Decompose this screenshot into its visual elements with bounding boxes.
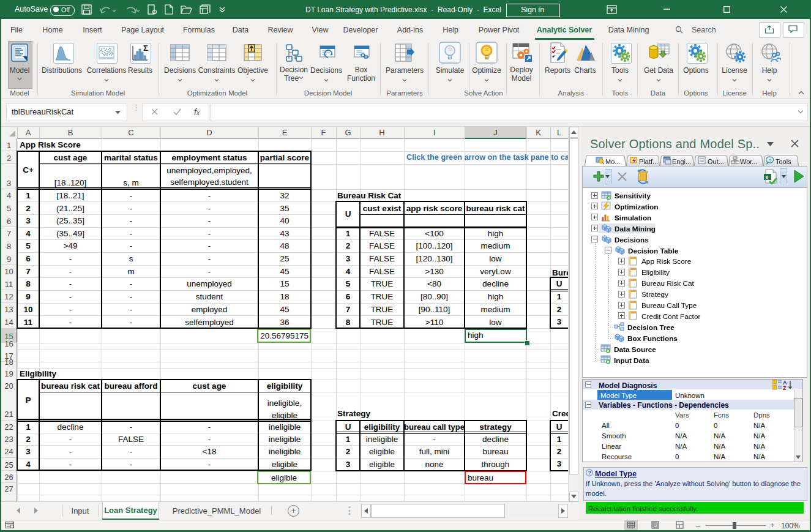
svg-text:X: X [765,174,769,181]
svg-text:Σ: Σ [143,43,148,53]
svg-text:?: ? [588,470,591,476]
svg-text:?: ? [769,158,772,163]
svg-text:Z: Z [783,385,787,390]
